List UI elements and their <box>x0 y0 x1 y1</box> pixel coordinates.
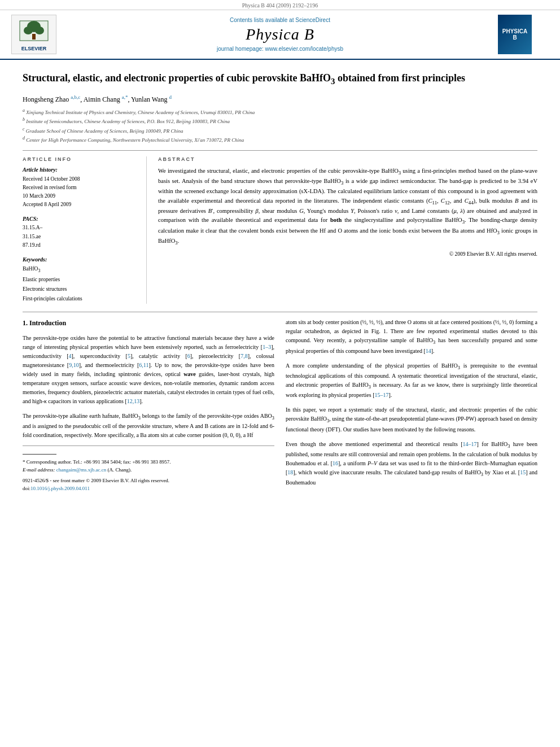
body-para-6: Even though the above mentioned experime… <box>286 440 537 488</box>
svg-point-2 <box>24 27 33 34</box>
authors-line: Hongsheng Zhao a,b,c, Aimin Chang a,*, Y… <box>23 94 537 104</box>
journal-citation-bar: Physica B 404 (2009) 2192–2196 <box>0 0 560 10</box>
article-info-abstract-section: ARTICLE INFO Article history: Received 1… <box>23 156 537 304</box>
pacs-items: 31.15.A– 31.15.ae 87.19.rd <box>23 224 138 250</box>
svg-rect-4 <box>32 34 36 40</box>
body-para-1: The perovskite-type oxides have the pote… <box>23 334 274 406</box>
body-para-3: atom sits at body center position (½, ½,… <box>286 318 537 355</box>
divider-after-abstract <box>23 312 537 312</box>
abstract-label: ABSTRACT <box>158 156 537 162</box>
keywords-title: Keywords: <box>23 256 138 263</box>
footnote-divider <box>23 454 56 455</box>
body-content: 1. Introduction The perovskite-type oxid… <box>23 318 537 493</box>
physica-b-badge: PHYSICAB <box>498 15 532 54</box>
keywords-items: BaHfO3 Elastic properties Electronic str… <box>23 264 138 304</box>
article-info-column: ARTICLE INFO Article history: Received 1… <box>23 156 147 304</box>
footnote-star: * Corresponding author. Tel.: +86 991 38… <box>23 458 274 466</box>
body-para-5: In this paper, we report a systematic st… <box>286 405 537 434</box>
abstract-text: We investigated the structural, elastic,… <box>158 167 537 247</box>
journal-badge-area: PHYSICAB <box>498 15 549 54</box>
elsevier-tree-icon <box>17 18 51 43</box>
elsevier-logo-box: ELSEVIER <box>11 15 56 54</box>
body-right-column: atom sits at body center position (½, ½,… <box>286 318 537 493</box>
article-title: Structural, elastic, and electronic prop… <box>23 71 537 88</box>
journal-center-info: Contents lists available at ScienceDirec… <box>62 17 498 52</box>
journal-title: Physica B <box>62 25 498 43</box>
footnotes: * Corresponding author. Tel.: +86 991 38… <box>23 445 274 493</box>
journal-homepage-line: journal homepage: www.elsevier.com/locat… <box>62 46 498 52</box>
sciencedirect-link-text[interactable]: ScienceDirect <box>295 17 330 23</box>
footnote-email: E-mail address: changaim@ms.xjb.ac.cn (A… <box>23 466 274 474</box>
section1-heading: 1. Introduction <box>23 318 274 329</box>
history-received: Received 14 October 2008 Received in rev… <box>23 175 138 209</box>
body-para-4: A more complete understanding of the phy… <box>286 361 537 400</box>
keywords-section: Keywords: BaHfO3 Elastic properties Elec… <box>23 256 138 304</box>
footnote-issn: 0921-4526/$ - see front matter © 2009 El… <box>23 477 274 484</box>
history-title: Article history: <box>23 167 138 173</box>
copyright-line: © 2009 Elsevier B.V. All rights reserved… <box>158 251 537 257</box>
pacs-section: PACS: 31.15.A– 31.15.ae 87.19.rd <box>23 216 138 250</box>
affiliations: a Xinjiang Technical Institute of Physic… <box>23 107 537 145</box>
journal-header: ELSEVIER Contents lists available at Sci… <box>0 10 560 60</box>
body-left-column: 1. Introduction The perovskite-type oxid… <box>23 318 274 493</box>
homepage-url[interactable]: www.elsevier.com/locate/physb <box>265 46 343 52</box>
footnote-doi: doi:10.1016/j.physb.2009.04.011 <box>23 484 274 492</box>
journal-citation: Physica B 404 (2009) 2192–2196 <box>242 2 318 8</box>
elsevier-logo-area: ELSEVIER <box>11 15 62 54</box>
body-para-2: The perovskite-type alkaline earth hafna… <box>23 412 274 440</box>
page: Physica B 404 (2009) 2192–2196 ELSEVIER … <box>0 0 560 747</box>
article-info-label: ARTICLE INFO <box>23 156 138 162</box>
divider-after-affiliations <box>23 150 537 151</box>
article-content: Structural, elastic, and electronic prop… <box>0 60 560 504</box>
sciencedirect-line: Contents lists available at ScienceDirec… <box>62 17 498 23</box>
abstract-column: ABSTRACT We investigated the structural,… <box>158 156 537 304</box>
elsevier-text: ELSEVIER <box>21 46 47 51</box>
pacs-title: PACS: <box>23 216 138 222</box>
svg-point-3 <box>35 27 44 34</box>
